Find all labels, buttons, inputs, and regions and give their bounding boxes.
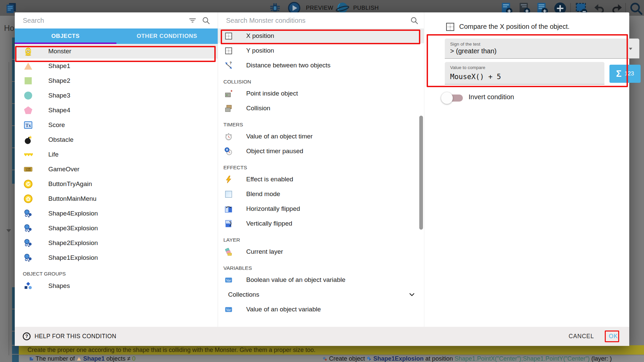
svg-text:?: ? <box>25 334 28 339</box>
toolbar-separator <box>570 3 571 12</box>
flip-v-icon <box>224 219 233 228</box>
invert-condition-label: Invert condition <box>469 93 514 101</box>
point-inside-icon <box>224 89 233 98</box>
svg-text:♥♥♥: ♥♥♥ <box>24 152 33 157</box>
object-row[interactable]: Shape1Explosion <box>15 250 218 265</box>
object-row[interactable]: Shape3 <box>15 88 218 103</box>
invert-condition-toggle-knob[interactable] <box>441 92 453 104</box>
condition-row[interactable]: Vertically flipped <box>218 216 424 231</box>
condition-row[interactable]: Var Boolean value of an object variable <box>218 273 424 287</box>
object-row[interactable]: GAMEOVER GameOver <box>15 162 218 177</box>
search-icon[interactable] <box>202 16 210 25</box>
svg-text:OVER: OVER <box>25 169 31 171</box>
objects-search-row <box>15 12 218 28</box>
help-icon[interactable]: ? <box>22 332 31 341</box>
condition-section-header: TIMERS <box>218 116 424 129</box>
object-row[interactable]: Shape2 <box>15 73 218 88</box>
timer-paused-icon <box>224 147 233 156</box>
annotation-monster-row <box>15 46 216 62</box>
svg-text:?: ? <box>230 61 232 65</box>
collections-collapse-row[interactable]: Collections <box>218 287 424 302</box>
layers-icon <box>224 247 233 256</box>
object-row[interactable]: Shapes <box>15 279 218 293</box>
condition-row[interactable]: Collision <box>218 101 424 116</box>
shape-circle-icon <box>23 90 33 101</box>
dialog-footer: ? HELP FOR THIS CONDITION CANCEL OK <box>15 327 629 346</box>
object-row[interactable]: Shape4Explosion <box>15 206 218 221</box>
condition-row[interactable]: Point inside object <box>218 86 424 101</box>
search-events-icon[interactable] <box>629 2 643 16</box>
search-icon[interactable] <box>410 16 419 25</box>
conditions-search-input[interactable] <box>218 12 424 28</box>
svg-text:Tx: Tx <box>25 123 31 128</box>
shape1-icon <box>76 356 82 361</box>
button-restart-icon <box>23 179 33 189</box>
event-action-text: Create object Shape1Explosion at positio… <box>322 355 612 362</box>
position-icon <box>224 46 233 55</box>
text-object-icon: Tx <box>23 120 33 130</box>
particles-icon <box>23 208 33 219</box>
object-row[interactable]: Obstacle <box>15 132 218 147</box>
tab-objects[interactable]: OBJECTS <box>15 28 116 44</box>
annotation-parameters <box>427 34 628 87</box>
effect-icon <box>224 175 233 184</box>
condition-section-header: LAYER <box>218 231 424 244</box>
particles-icon <box>23 253 33 263</box>
object-row[interactable]: Shape2Explosion <box>15 236 218 250</box>
annotation-x-position-row <box>221 29 420 44</box>
object-row[interactable]: ButtonTryAgain <box>15 177 218 191</box>
chevron-down-icon <box>408 291 416 299</box>
event-cell <box>12 346 19 354</box>
event-row: The number of Shape1 objects ≠ 0 Create … <box>19 355 644 362</box>
gameover-icon: GAMEOVER <box>23 164 33 174</box>
condition-row[interactable]: Object timer paused <box>218 144 424 159</box>
condition-row[interactable]: Horizontally flipped <box>218 201 424 216</box>
objects-list: Monster Shape1 Shape2 Shape3 Shape4 <box>15 44 218 327</box>
shape-square-icon <box>23 76 33 86</box>
svg-text:Var: Var <box>226 307 231 311</box>
conditions-scrollbar[interactable] <box>419 116 423 230</box>
condition-row[interactable]: Blend mode <box>218 187 424 201</box>
group-shapes-icon <box>23 281 33 291</box>
hearts-icon: ♥♥♥ <box>23 149 33 160</box>
event-comment-row: Create the proper one according to the s… <box>19 345 644 355</box>
shape-triangle-icon <box>23 61 33 71</box>
object-row[interactable]: ButtonMainMenu <box>15 191 218 206</box>
condition-section-header: EFFECTS <box>218 159 424 172</box>
objects-search-input[interactable] <box>15 12 218 28</box>
conditions-panel: X position Y position ? Distance between… <box>218 12 424 327</box>
condition-row[interactable]: Effect is enabled <box>218 172 424 187</box>
event-tree-arrow <box>6 229 11 232</box>
particles-icon <box>23 238 33 248</box>
timer-icon <box>224 132 233 141</box>
svg-text:Var: Var <box>226 278 231 282</box>
particles-icon <box>23 223 33 233</box>
var-icon: Var <box>224 276 233 285</box>
collision-icon <box>224 104 233 113</box>
condition-row[interactable]: Current layer <box>218 244 424 259</box>
filter-icon[interactable] <box>188 16 197 25</box>
condition-row[interactable]: Y position <box>218 43 424 58</box>
help-link[interactable]: HELP FOR THIS CONDITION <box>35 333 116 340</box>
object-row[interactable]: ♥♥♥ Life <box>15 147 218 162</box>
object-row[interactable]: Tx Score <box>15 118 218 132</box>
conditions-search-row <box>218 12 424 28</box>
tab-other-conditions[interactable]: OTHER CONDITIONS <box>116 28 218 44</box>
section-header: OBJECT GROUPS <box>15 265 218 279</box>
event-cell <box>12 355 19 362</box>
condition-section-header: COLLISION <box>218 73 424 86</box>
cancel-button[interactable]: CANCEL <box>569 333 594 340</box>
condition-icon <box>29 356 34 361</box>
bomb-icon <box>23 135 33 145</box>
particles-icon <box>367 356 372 361</box>
object-row[interactable]: Shape4 <box>15 103 218 118</box>
condition-row[interactable]: Var Value of an object variable <box>218 302 424 317</box>
objects-tabs: OBJECTS OTHER CONDITIONS <box>15 28 218 44</box>
condition-row[interactable]: ? Distance between two objects <box>218 58 424 73</box>
x-position-icon <box>445 21 455 32</box>
condition-row[interactable]: Value of an object timer <box>218 129 424 144</box>
shape-pentagon-icon <box>23 105 33 115</box>
event-tree-line <box>9 62 9 355</box>
object-row[interactable]: Shape3Explosion <box>15 221 218 236</box>
blend-icon <box>224 190 233 199</box>
